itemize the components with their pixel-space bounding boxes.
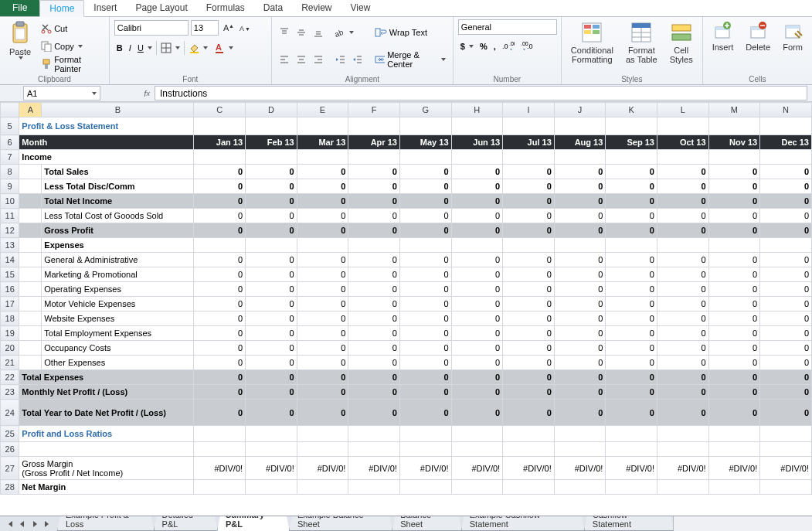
cell[interactable]: 0: [760, 267, 812, 282]
cell[interactable]: 0: [194, 356, 246, 370]
cell[interactable]: 0: [760, 253, 812, 267]
cell[interactable]: [708, 238, 760, 253]
cell[interactable]: Motor Vehicle Expenses: [42, 297, 194, 311]
cell[interactable]: [554, 480, 606, 495]
cell[interactable]: 0: [760, 282, 812, 297]
cell[interactable]: 0: [708, 194, 760, 209]
cell[interactable]: 0: [451, 326, 503, 341]
col-header-I[interactable]: I: [503, 103, 555, 117]
cell[interactable]: 0: [708, 385, 760, 400]
cell[interactable]: 0: [657, 297, 708, 311]
align-middle-button[interactable]: [294, 24, 309, 41]
cell[interactable]: #DIV/0!: [451, 457, 503, 480]
row-header[interactable]: 21: [1, 356, 19, 370]
ribbon-tab-formulas[interactable]: Formulas: [197, 0, 254, 16]
cell[interactable]: 0: [348, 341, 400, 356]
cell[interactable]: 0: [451, 341, 503, 356]
cell[interactable]: [297, 117, 348, 135]
cell[interactable]: 0: [657, 209, 708, 223]
row-header[interactable]: 19: [1, 326, 19, 341]
row-header[interactable]: 22: [1, 370, 19, 385]
cell[interactable]: 0: [246, 253, 297, 267]
cell[interactable]: 0: [554, 282, 606, 297]
cell[interactable]: 0: [657, 194, 708, 209]
cell[interactable]: 0: [760, 311, 812, 326]
cell[interactable]: [708, 117, 760, 135]
cell[interactable]: 0: [708, 341, 760, 356]
row-header[interactable]: 23: [1, 385, 19, 400]
cell[interactable]: 0: [657, 282, 708, 297]
col-header-G[interactable]: G: [399, 103, 451, 117]
ribbon-tab-home[interactable]: Home: [39, 0, 84, 17]
cell[interactable]: 0: [760, 223, 812, 238]
cell[interactable]: #DIV/0!: [606, 457, 657, 480]
cell[interactable]: 0: [554, 165, 606, 179]
cut-button[interactable]: Cut: [39, 20, 104, 37]
cell[interactable]: Aug 13: [554, 135, 606, 150]
cell[interactable]: Marketing & Promotional: [42, 267, 194, 282]
underline-button[interactable]: U: [135, 39, 155, 56]
cell[interactable]: [297, 480, 348, 495]
ribbon-tab-insert[interactable]: Insert: [84, 0, 126, 16]
cell[interactable]: 0: [399, 267, 451, 282]
cell[interactable]: #DIV/0!: [348, 457, 400, 480]
cell[interactable]: #DIV/0!: [194, 457, 246, 480]
sheet-tab[interactable]: Example Balance Sheet: [289, 516, 392, 531]
cell[interactable]: [760, 150, 812, 165]
format-cells-button[interactable]: Form: [778, 19, 807, 73]
cell[interactable]: 0: [246, 370, 297, 385]
cell[interactable]: 0: [554, 385, 606, 400]
cell[interactable]: [399, 442, 451, 457]
cell[interactable]: #DIV/0!: [554, 457, 606, 480]
cell[interactable]: 0: [451, 400, 503, 426]
cell[interactable]: [451, 117, 503, 135]
row-header[interactable]: 17: [1, 297, 19, 311]
cell[interactable]: [19, 442, 194, 457]
merge-center-button[interactable]: Merge & Center: [372, 51, 448, 68]
cell[interactable]: 0: [760, 356, 812, 370]
cell[interactable]: 0: [451, 385, 503, 400]
cell[interactable]: [19, 282, 42, 297]
cell[interactable]: 0: [348, 326, 400, 341]
row-header[interactable]: 8: [1, 165, 19, 179]
cell[interactable]: 0: [399, 370, 451, 385]
cell[interactable]: [348, 426, 400, 442]
cell[interactable]: [554, 238, 606, 253]
decrease-indent-button[interactable]: [332, 51, 348, 68]
cell[interactable]: 0: [606, 253, 657, 267]
cell[interactable]: 0: [606, 297, 657, 311]
cell[interactable]: 0: [194, 253, 246, 267]
col-header-F[interactable]: F: [348, 103, 400, 117]
cell[interactable]: [399, 150, 451, 165]
cell[interactable]: 0: [606, 223, 657, 238]
cell[interactable]: 0: [246, 311, 297, 326]
cell[interactable]: Total Year to Date Net Profit / (Loss): [19, 400, 194, 426]
cell[interactable]: [503, 442, 555, 457]
cell[interactable]: [399, 426, 451, 442]
cell[interactable]: [606, 150, 657, 165]
cell[interactable]: [19, 311, 42, 326]
row-header[interactable]: 7: [1, 150, 19, 165]
cell[interactable]: 0: [606, 370, 657, 385]
horizontal-scrollbar[interactable]: [673, 516, 812, 531]
cell[interactable]: 0: [399, 297, 451, 311]
cell[interactable]: [708, 426, 760, 442]
cell[interactable]: 0: [554, 223, 606, 238]
cell[interactable]: 0: [760, 165, 812, 179]
cell[interactable]: [297, 150, 348, 165]
cell[interactable]: 0: [503, 253, 555, 267]
cell[interactable]: 0: [708, 297, 760, 311]
cell[interactable]: 0: [194, 385, 246, 400]
cell[interactable]: 0: [503, 209, 555, 223]
cell[interactable]: 0: [194, 267, 246, 282]
cell[interactable]: 0: [246, 194, 297, 209]
row-header[interactable]: 25: [1, 426, 19, 442]
cell[interactable]: 0: [503, 356, 555, 370]
cell[interactable]: 0: [297, 370, 348, 385]
cell[interactable]: [19, 267, 42, 282]
cell[interactable]: [19, 238, 42, 253]
sheet-tab[interactable]: Detailed P&L: [154, 516, 218, 531]
cell[interactable]: 0: [348, 356, 400, 370]
cell[interactable]: 0: [606, 165, 657, 179]
cell[interactable]: [19, 223, 42, 238]
